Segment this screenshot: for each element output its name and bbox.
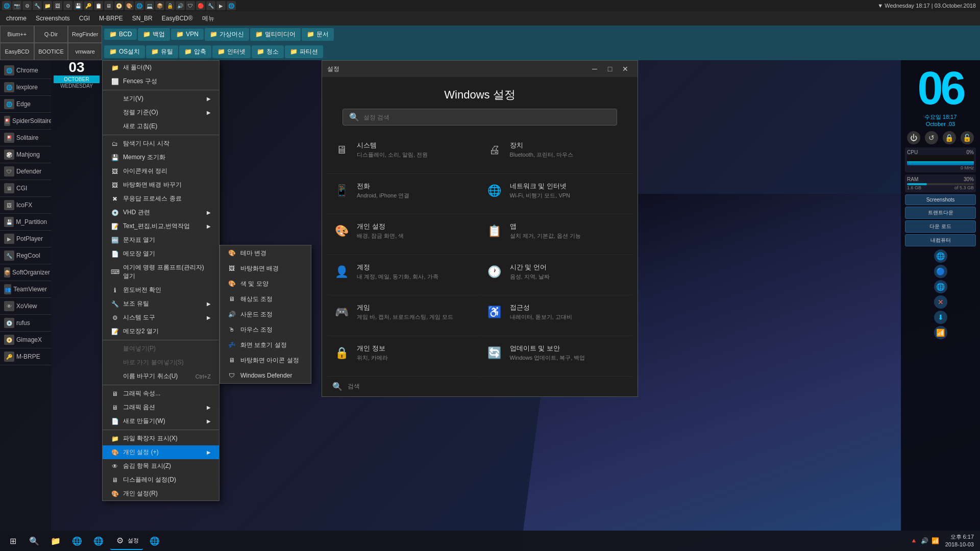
ctx-display[interactable]: 🖥 디스플레이 설정(D) (103, 473, 219, 487)
settings-item-system[interactable]: 🖥 시스템 디스플레이, 소리, 알림, 전원 (327, 134, 480, 174)
settings-item-account[interactable]: 👤 계정 내 계정, 메일, 동기화, 회사, 가족 (327, 256, 480, 296)
sidebar-item-regcool[interactable]: 🔧 RegCool (0, 247, 51, 264)
sidebar-item-solitaire[interactable]: 🎴 Solitaire (0, 130, 51, 146)
taskbar-icon-18[interactable]: 🛡 (186, 1, 195, 10)
submenu-sound[interactable]: 🔊 사운드 조정 (220, 307, 311, 322)
taskbar-icon-11[interactable]: 📀 (114, 1, 124, 10)
shortcut-internet[interactable]: 인터넷 (212, 45, 251, 58)
submenu-theme[interactable]: 🎨 테마 변경 (220, 245, 311, 261)
taskbar-edge[interactable]: 🌐 (145, 532, 164, 550)
chrome-icon[interactable]: 🌐 (2, 1, 11, 10)
right-icon-4[interactable]: ✕ (934, 295, 947, 309)
ctx-vhd[interactable]: 💿 VHD 관련 ▶ (103, 206, 219, 219)
ctx-cmd[interactable]: ⌨ 여기에 명령 프롬프트(관리자) 열기 (103, 261, 219, 283)
ctx-wallpaper-change[interactable]: 🖼 바탕화면 배경 바꾸기 (103, 178, 219, 192)
shortcut-vm[interactable]: 가상머신 (205, 28, 249, 41)
sidebar-item-teamviewer[interactable]: 👥 TeamViewer (0, 281, 51, 298)
taskbar-icon-4[interactable]: 📁 (43, 1, 52, 10)
power-button[interactable]: ⏻ (907, 131, 920, 144)
shortcut-bcd[interactable]: BCD (104, 29, 137, 40)
settings-item-device[interactable]: 🖨 장치 Bluetooth, 프린터, 마우스 (480, 134, 633, 174)
ctx-notepad[interactable]: 📄 메모장 열기 (103, 247, 219, 261)
shortcut-backup[interactable]: 백업 (138, 28, 170, 41)
right-icon-6[interactable]: 📶 (934, 326, 947, 339)
ctx-graphics-prop[interactable]: 🖥 그래픽 속성... (103, 387, 219, 400)
taskbar-icon-14[interactable]: 💻 (145, 1, 154, 10)
ctx-utils[interactable]: 🔧 보조 유틸 ▶ (103, 297, 219, 311)
sidebar-item-edge[interactable]: 🌐 Edge (0, 96, 51, 113)
taskbar-file-explorer[interactable]: 📁 (46, 532, 65, 550)
sidebar-item-chrome[interactable]: 🌐 Chrome (0, 62, 51, 79)
settings-item-time[interactable]: 🕐 시간 및 언어 음성, 지역, 날짜 (480, 256, 633, 296)
right-icon-3[interactable]: 🌐 (934, 280, 947, 293)
ctx-personalize[interactable]: 🎨 개인 설정(R) (103, 487, 219, 500)
btn-easybcd[interactable]: EasyBCD (0, 43, 34, 60)
btn-vmware[interactable]: vmware (68, 43, 102, 60)
settings-item-phone[interactable]: 📱 전화 Android, iPhone 연결 (327, 174, 480, 215)
submenu-defender[interactable]: 🛡 Windows Defender (220, 368, 311, 383)
shortcut-partition[interactable]: 파티션 (285, 45, 323, 58)
settings-bottom-search[interactable]: 🔍 검색 (322, 377, 638, 396)
sidebar-item-defender[interactable]: 🛡 Defender (0, 163, 51, 180)
btn-regfinder[interactable]: RegFinder (68, 26, 102, 43)
taskbar-icon-3[interactable]: 🔧 (33, 1, 42, 10)
taskbar-icon-22[interactable]: 🌐 (227, 1, 236, 10)
sidebar-item-mbrpe[interactable]: 🔑 M-BRPE (0, 348, 51, 365)
taskbar-icon-10[interactable]: 🖥 (104, 1, 113, 10)
shortcut-clean[interactable]: 청소 (252, 45, 284, 58)
ctx-sort[interactable]: 정렬 기준(O) ▶ (103, 106, 219, 119)
taskbar-volume-icon[interactable]: 🔊 (921, 537, 928, 544)
taskbar-icon-2[interactable]: ⚙ (22, 1, 32, 10)
right-icon-2[interactable]: 🔵 (934, 265, 947, 278)
taskbar-icon-5[interactable]: 🖼 (53, 1, 62, 10)
settings-item-apps[interactable]: 📋 앱 설치 제거, 기본값, 옵션 기능 (480, 215, 633, 255)
toolbar-cgi[interactable]: CGI (76, 14, 93, 23)
taskbar-icon-6[interactable]: ⚙ (63, 1, 72, 10)
taskbar-network-icon[interactable]: 📶 (932, 537, 939, 544)
btn-qdir[interactable]: Q-Dir (34, 26, 68, 43)
taskbar-time[interactable]: 오후 6:17 2018-10-03 (942, 533, 977, 549)
ctx-show-ext[interactable]: 📁 파일 확장자 표시(X) (103, 432, 219, 445)
btn-bium[interactable]: Bium++ (0, 26, 34, 43)
right-download-btn[interactable]: 다운 로드 (905, 220, 976, 233)
taskbar-icon-17[interactable]: 🔊 (176, 1, 185, 10)
taskbar-icon-19[interactable]: 🔴 (196, 1, 205, 10)
taskbar-chrome-running[interactable]: 🌐 (89, 532, 108, 550)
submenu-resolution[interactable]: 🖥 해상도 조정 (220, 291, 311, 307)
shortcut-utils[interactable]: 유틸 (146, 45, 178, 58)
shortcut-docs[interactable]: 문서 (302, 28, 334, 41)
ctx-paste[interactable]: 붙여넣기(P) (103, 342, 219, 356)
settings-item-network[interactable]: 🌐 네트워크 및 인터넷 Wi-Fi, 비행기 모드, VPN (480, 174, 633, 215)
submenu-wallpaper[interactable]: 🖼 바탕화면 배경 (220, 261, 311, 276)
settings-close-button[interactable]: ✕ (618, 62, 632, 76)
ctx-fences[interactable]: ⬜ Fences 구성 (103, 74, 219, 88)
ctx-graphics-opt[interactable]: 🖥 그래픽 옵션 ▶ (103, 400, 219, 414)
taskbar-notification-icon[interactable]: 🔺 (910, 537, 918, 544)
right-icon-chrome[interactable]: 🌐 (934, 249, 947, 263)
toolbar-chrome[interactable]: chrome (3, 14, 30, 23)
ctx-personalize-plus[interactable]: 🎨 개인 설정 (+) ▶ (103, 445, 219, 459)
unlock-button[interactable]: 🔓 (961, 131, 974, 144)
taskbar-icon-12[interactable]: 🎨 (125, 1, 134, 10)
right-icon-5[interactable]: ⬇ (934, 311, 947, 324)
taskbar-icon-20[interactable]: 🔧 (206, 1, 215, 10)
right-screenshots-btn[interactable]: Screenshots (905, 194, 976, 205)
taskbar-icon-1[interactable]: 📷 (12, 1, 21, 10)
settings-search-input[interactable] (363, 114, 610, 121)
ctx-new[interactable]: 📄 새로 만들기(W) ▶ (103, 414, 219, 428)
taskbar-icon-8[interactable]: 🔑 (84, 1, 93, 10)
taskbar-icon-16[interactable]: 🔒 (165, 1, 175, 10)
settings-minimize-button[interactable]: ─ (587, 62, 602, 76)
toolbar-easybcd[interactable]: EasyBCD® (159, 14, 196, 23)
right-mycomputer-btn[interactable]: 내컴퓨터 (905, 234, 976, 246)
ctx-show-hidden[interactable]: 👁 숨김 항목 표시(Z) (103, 459, 219, 473)
ctx-new-folder[interactable]: 📁 새 폴더(N) (103, 61, 219, 74)
taskbar-icon-7[interactable]: 💾 (74, 1, 83, 10)
taskbar-search[interactable]: 🔍 (24, 532, 44, 550)
ctx-notepad2[interactable]: 📝 메모장2 열기 (103, 324, 219, 338)
sidebar-item-softorganizer[interactable]: 📦 SoftOrganizer (0, 264, 51, 281)
submenu-color[interactable]: 🎨 색 및 모양 (220, 276, 311, 291)
start-button[interactable]: ⊞ (3, 532, 22, 550)
ctx-undo[interactable]: 이름 바꾸기 취소(U) Ctrl+Z (103, 369, 219, 383)
taskbar-ie[interactable]: 🌐 (67, 532, 87, 550)
